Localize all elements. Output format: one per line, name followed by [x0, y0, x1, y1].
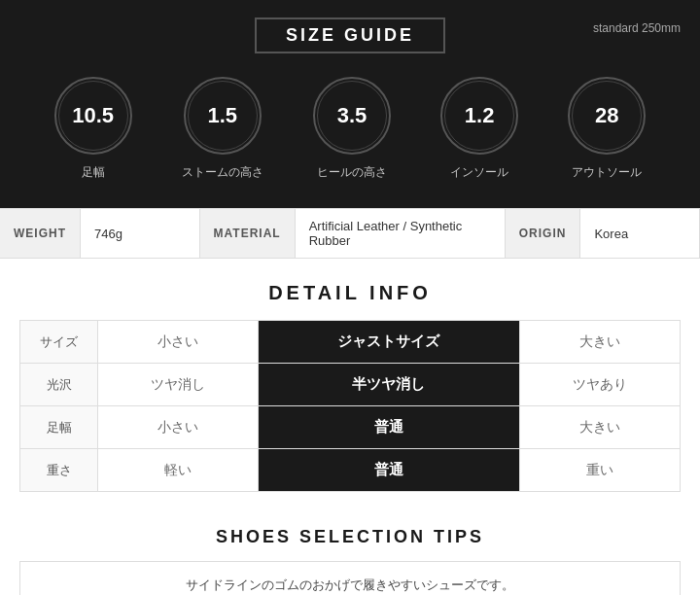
- metric-item: 3.5 ヒールの高さ: [313, 77, 391, 181]
- col2-cell-highlight: 普通: [258, 406, 520, 449]
- metric-label: アウトソール: [572, 164, 642, 181]
- detail-section: DETAIL INFO サイズ 小さい ジャストサイズ 大きい 光沢 ツヤ消し …: [0, 259, 700, 508]
- col2-cell-highlight: 普通: [258, 449, 520, 492]
- origin-value: Korea: [580, 209, 700, 258]
- metric-value: 1.2: [465, 103, 495, 128]
- metric-item: 1.2 インソール: [440, 77, 518, 181]
- tips-section: SHOES SELECTION TIPS サイドラインのゴムのおかげで履きやすい…: [0, 508, 700, 595]
- detail-table: サイズ 小さい ジャストサイズ 大きい 光沢 ツヤ消し 半ツヤ消し ツヤあり 足…: [19, 320, 681, 492]
- metric-item: 10.5 足幅: [54, 77, 132, 181]
- col1-cell: 小さい: [98, 321, 259, 364]
- col1-cell: 小さい: [98, 406, 259, 449]
- metric-value: 3.5: [337, 103, 368, 128]
- row-header: サイズ: [20, 321, 98, 364]
- col3-cell: 大きい: [520, 406, 681, 449]
- metric-label: ヒールの高さ: [317, 164, 387, 181]
- weight-label: WEIGHT: [0, 209, 81, 258]
- metric-circle: 1.5: [184, 77, 262, 155]
- metric-circle: 1.2: [440, 77, 518, 155]
- metric-item: 1.5 ストームの高さ: [182, 77, 263, 181]
- col1-cell: ツヤ消し: [98, 364, 259, 406]
- col2-cell-highlight: ジャストサイズ: [258, 321, 520, 364]
- metric-value: 28: [595, 103, 618, 128]
- metric-item: 28 アウトソール: [568, 77, 646, 181]
- material-value: Artificial Leather / Synthetic Rubber: [296, 209, 506, 258]
- col2-cell-highlight: 半ツヤ消し: [258, 364, 520, 406]
- metric-circle: 10.5: [54, 77, 132, 155]
- size-guide-section: SIZE GUIDE standard 250mm 10.5 足幅 1.5 スト…: [0, 0, 700, 208]
- col3-cell: ツヤあり: [520, 364, 681, 406]
- standard-label: standard 250mm: [593, 21, 681, 35]
- tips-title: SHOES SELECTION TIPS: [19, 527, 681, 547]
- table-row: 光沢 ツヤ消し 半ツヤ消し ツヤあり: [20, 364, 681, 406]
- material-label: MATERIAL: [200, 209, 296, 258]
- detail-info-title: DETAIL INFO: [19, 282, 681, 304]
- metric-value: 10.5: [72, 103, 114, 128]
- table-row: 足幅 小さい 普通 大きい: [20, 406, 681, 449]
- origin-label: ORIGIN: [506, 209, 581, 258]
- weight-value: 746g: [81, 209, 200, 258]
- metric-circle: 3.5: [313, 77, 391, 155]
- row-header: 重さ: [20, 449, 98, 492]
- metric-circle: 28: [568, 77, 646, 155]
- info-bar: WEIGHT 746g MATERIAL Artificial Leather …: [0, 208, 700, 259]
- row-header: 光沢: [20, 364, 98, 406]
- metric-label: ストームの高さ: [182, 164, 263, 181]
- metric-label: インソール: [450, 164, 508, 181]
- tips-text: サイドラインのゴムのおかげで履きやすいシューズです。: [19, 561, 681, 595]
- table-row: サイズ 小さい ジャストサイズ 大きい: [20, 321, 681, 364]
- metric-label: 足幅: [82, 164, 105, 181]
- row-header: 足幅: [20, 406, 98, 449]
- size-guide-title: SIZE GUIDE: [255, 18, 445, 53]
- table-row: 重さ 軽い 普通 重い: [20, 449, 681, 492]
- col3-cell: 重い: [520, 449, 681, 492]
- col1-cell: 軽い: [98, 449, 259, 492]
- metric-value: 1.5: [207, 103, 237, 128]
- metrics-row: 10.5 足幅 1.5 ストームの高さ 3.5 ヒールの高さ 1.2 インソール…: [29, 77, 671, 181]
- col3-cell: 大きい: [520, 321, 681, 364]
